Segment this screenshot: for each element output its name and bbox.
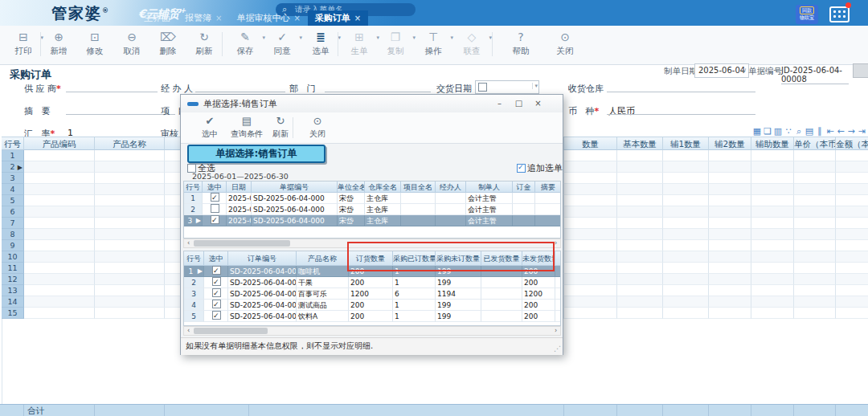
grid-cell[interactable] <box>709 251 751 263</box>
grid-cell[interactable] <box>709 218 751 229</box>
cell-checked[interactable] <box>204 277 228 288</box>
grid-cell[interactable] <box>709 229 751 240</box>
toolbar-button-copy[interactable]: ❐复制▾ <box>379 30 412 57</box>
scroll-left-icon[interactable]: ‹ <box>184 239 193 247</box>
cell-delivery[interactable] <box>555 288 561 300</box>
dropdown-caret-icon[interactable]: ▾ <box>412 35 416 41</box>
grid-row-number[interactable]: 1 <box>2 150 24 161</box>
grid-cell[interactable] <box>836 206 868 218</box>
cell-po_ordered[interactable]: 1 <box>393 266 436 277</box>
grid-cell[interactable] <box>751 218 794 229</box>
grid-cell[interactable] <box>95 274 165 285</box>
grid-cell[interactable] <box>617 285 663 296</box>
cell-memo[interactable] <box>535 193 561 204</box>
cell-no[interactable]: 2 <box>184 204 203 215</box>
grid-cell[interactable] <box>836 274 868 285</box>
doc-no-extra-button[interactable] <box>853 63 868 78</box>
grid-cell[interactable] <box>617 296 663 308</box>
tab-报警簿[interactable]: 报警簿× <box>178 10 229 26</box>
chevron-down-icon[interactable]: ▾ <box>532 83 538 89</box>
grid-cell[interactable] <box>836 218 868 229</box>
grid-cell[interactable] <box>709 206 751 218</box>
row-checkbox[interactable] <box>211 193 219 202</box>
grid-cell[interactable] <box>24 240 95 251</box>
grid-cell[interactable] <box>564 184 617 195</box>
row-checkbox[interactable] <box>212 288 221 297</box>
cell-no[interactable]: 1 <box>184 193 203 204</box>
grid-row-number[interactable]: 5 <box>2 195 24 206</box>
grid-cell[interactable] <box>709 195 751 206</box>
grid-cell[interactable] <box>794 251 836 263</box>
contacts-icon[interactable]: ∵ <box>784 126 793 137</box>
grid-cell[interactable] <box>663 161 709 173</box>
cell-no[interactable]: 3 <box>184 288 204 300</box>
grid-cell[interactable] <box>617 308 663 319</box>
grid-cell[interactable] <box>836 229 868 240</box>
grid-cell[interactable] <box>564 240 617 251</box>
grid-cell[interactable] <box>24 184 95 195</box>
grid-cell[interactable] <box>836 184 868 195</box>
grid-cell[interactable] <box>794 296 836 308</box>
supplier-input[interactable] <box>66 80 158 92</box>
grid-cell[interactable] <box>751 195 794 206</box>
cell-product[interactable]: 咖啡机 <box>297 266 349 277</box>
cell-unit[interactable]: 宋岱 <box>338 204 365 215</box>
cell-warehouse[interactable]: 主仓库 <box>365 193 401 204</box>
grid-row-number[interactable]: 13 <box>2 285 24 296</box>
next-row-icon[interactable]: → <box>846 126 856 137</box>
grid-cell[interactable] <box>663 240 709 251</box>
cell-po_unordered[interactable]: 199 <box>436 311 481 322</box>
scroll-left-icon[interactable]: ‹ <box>184 327 193 335</box>
toolbar-button-help[interactable]: ?帮助 <box>504 30 538 57</box>
cell-shipped[interactable] <box>481 311 522 322</box>
grid-cell[interactable] <box>751 240 794 251</box>
grid-row-number[interactable]: 11 <box>2 263 24 274</box>
cell-delivery[interactable] <box>555 311 561 322</box>
grid-row-number[interactable]: 2▶ <box>2 161 24 173</box>
promo-badge[interactable]: 回款 物联宝 <box>796 5 818 24</box>
grid-cell[interactable] <box>663 206 709 218</box>
grid-cell[interactable] <box>564 206 617 218</box>
delivery-date-checkbox[interactable] <box>478 83 487 92</box>
cell-checked[interactable] <box>203 204 227 215</box>
grid-cell[interactable] <box>95 173 165 184</box>
cell-handler[interactable] <box>436 215 466 226</box>
toolbar-button-new[interactable]: ⊕新增 <box>42 30 76 57</box>
row-checkbox[interactable] <box>212 311 221 320</box>
cell-date[interactable]: 2025-06-04 <box>227 204 252 215</box>
cell-handler[interactable] <box>436 204 466 215</box>
grid-cell[interactable] <box>663 150 709 161</box>
grid-row-number[interactable]: 6 <box>2 206 24 218</box>
tab-close-icon[interactable]: × <box>354 14 361 22</box>
grid-cell[interactable] <box>709 240 751 251</box>
scrollbar-thumb[interactable] <box>194 328 268 334</box>
cell-unshipped[interactable]: 200 <box>522 300 555 311</box>
comment-icon[interactable]: ❏ <box>763 126 772 137</box>
grid-cell[interactable] <box>836 161 868 173</box>
cell-unshipped[interactable]: 1200 <box>522 288 555 300</box>
cell-handler[interactable] <box>436 193 466 204</box>
grid-cell[interactable] <box>709 161 751 173</box>
row-checkbox[interactable] <box>212 300 221 308</box>
cell-unshipped[interactable]: 200 <box>522 277 555 288</box>
cell-po_unordered[interactable]: 199 <box>436 266 481 277</box>
dialog-toolbar-button-refresh[interactable]: ↻刷新 <box>263 115 298 140</box>
dropdown-caret-icon[interactable]: ▾ <box>299 35 302 41</box>
grid-cell[interactable] <box>794 263 836 274</box>
grid-cell[interactable] <box>751 150 794 161</box>
first-row-icon[interactable]: ⇤ <box>825 126 835 137</box>
toolbar-button-approve[interactable]: ✓同意▾ <box>265 30 299 57</box>
cell-po_ordered[interactable]: 1 <box>393 300 436 311</box>
cell-shipped[interactable] <box>481 266 522 277</box>
grid-row-number[interactable]: 7 <box>2 218 24 229</box>
cell-project[interactable] <box>401 215 436 226</box>
grid-cell[interactable] <box>24 218 95 229</box>
minimize-button[interactable]: – <box>493 97 506 109</box>
dialog-toolbar-button-close[interactable]: ⊙关闭 <box>298 115 337 140</box>
magnifier-icon[interactable]: ⌕ <box>794 126 804 137</box>
tab-close-icon[interactable]: × <box>215 14 222 22</box>
grid-cell[interactable] <box>794 184 836 195</box>
cell-no[interactable]: 2 <box>184 277 204 288</box>
grid-cell[interactable] <box>564 229 617 240</box>
append-order-checkbox[interactable] <box>517 164 526 173</box>
